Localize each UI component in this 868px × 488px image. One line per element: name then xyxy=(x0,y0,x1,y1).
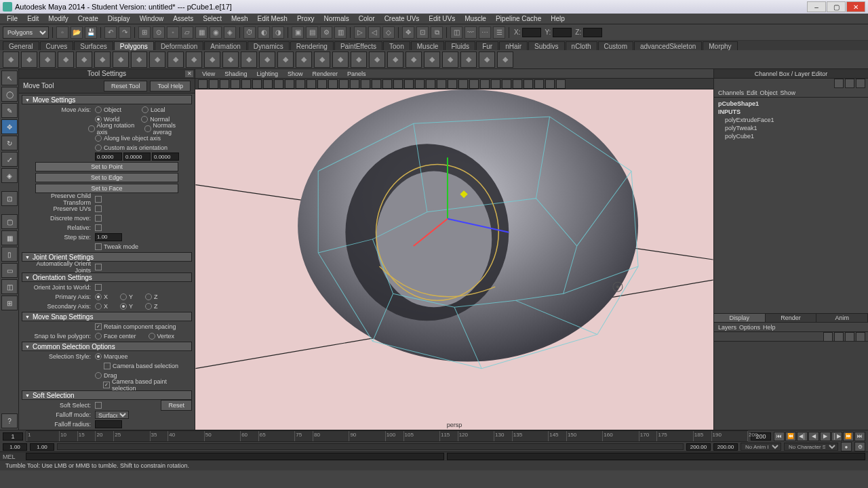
ch-menu-channels[interactable]: Channels xyxy=(718,89,744,96)
play-back[interactable]: ◀ xyxy=(808,432,819,441)
vp-toolbar-icon-30[interactable] xyxy=(524,79,533,89)
next-key[interactable]: │▶ xyxy=(831,432,842,441)
vp-toolbar-icon-12[interactable] xyxy=(328,79,338,89)
range-end2[interactable] xyxy=(713,443,738,451)
shelf-tab-toon[interactable]: Toon xyxy=(383,41,410,50)
shelf-icon-20[interactable]: ◆ xyxy=(369,52,385,68)
shelf-tab-muscle[interactable]: Muscle xyxy=(411,41,445,50)
shelf-tab-custom[interactable]: Custom xyxy=(598,41,633,50)
cons-in-icon[interactable]: ◐ xyxy=(258,26,270,39)
vp-toolbar-icon-9[interactable] xyxy=(296,79,305,89)
menu-assets[interactable]: Assets xyxy=(169,14,197,23)
tool-help-button[interactable]: Tool Help xyxy=(150,81,191,92)
ipr-icon[interactable]: ▤ xyxy=(306,26,318,39)
hist-icon[interactable]: ⏱ xyxy=(243,26,256,39)
maximize-button[interactable]: ▢ xyxy=(827,1,846,12)
shelf-tab-polygons[interactable]: Polygons xyxy=(114,41,154,50)
ch-ico2[interactable] xyxy=(845,79,854,88)
retain-chk[interactable] xyxy=(95,323,102,330)
shelf-icon-12[interactable]: ◆ xyxy=(222,52,239,68)
single-view[interactable]: ▢ xyxy=(1,214,18,229)
auto-orient-chk[interactable] xyxy=(95,264,102,270)
shelf-icon-25[interactable]: ◆ xyxy=(460,52,477,68)
menu-window[interactable]: Window xyxy=(136,14,168,23)
vp-menu-renderer[interactable]: Renderer xyxy=(308,70,342,77)
preserve-uv-chk[interactable] xyxy=(95,205,102,212)
axis-navg[interactable] xyxy=(144,125,151,132)
menu-file[interactable]: File xyxy=(3,14,22,23)
shelf-tab-morphy[interactable]: Morphy xyxy=(703,41,737,50)
four-view[interactable]: ▦ xyxy=(1,230,18,245)
menu-mesh[interactable]: Mesh xyxy=(227,14,252,23)
menu-edit-uvs[interactable]: Edit UVs xyxy=(425,14,459,23)
vp-toolbar-icon-20[interactable] xyxy=(415,79,425,89)
move-settings-header[interactable]: ▼Move Settings xyxy=(22,95,192,104)
vp-menu-show[interactable]: Show xyxy=(283,70,307,77)
prev-key[interactable]: ◀│ xyxy=(797,432,808,441)
shelf-icon-8[interactable]: ◆ xyxy=(149,52,165,68)
shelf-tab-nhair[interactable]: nHair xyxy=(499,41,528,50)
shelf-icon-17[interactable]: ◆ xyxy=(314,52,330,68)
axis-rot[interactable] xyxy=(88,125,94,132)
vp-toolbar-icon-3[interactable] xyxy=(231,79,240,89)
shelf-icon-2[interactable]: ◆ xyxy=(39,52,56,68)
vp-toolbar-icon-32[interactable] xyxy=(545,79,555,89)
shelf-tab-surfaces[interactable]: Surfaces xyxy=(74,41,113,50)
select-comp-icon[interactable]: ◁ xyxy=(368,26,380,39)
snap-point-icon[interactable]: ◦ xyxy=(167,26,179,39)
select-obj-icon[interactable]: ▷ xyxy=(354,26,366,39)
open-icon[interactable]: 📂 xyxy=(71,26,83,39)
select-mask-icon[interactable]: ◇ xyxy=(382,26,395,39)
px[interactable] xyxy=(95,293,102,300)
shelf-icon-26[interactable]: ◆ xyxy=(479,52,495,68)
ch-menu-show[interactable]: Show xyxy=(781,89,796,96)
set-edge-button[interactable]: Set to Edge xyxy=(35,173,178,182)
render-set-icon[interactable]: ⚙ xyxy=(320,26,332,39)
cmd-input[interactable] xyxy=(26,453,444,460)
shelf-tab-ncloth[interactable]: nCloth xyxy=(566,41,597,50)
shelf-icon-16[interactable]: ◆ xyxy=(296,52,312,68)
cam1-chk[interactable] xyxy=(104,363,111,369)
range-end[interactable] xyxy=(686,443,711,451)
lyr-ico1[interactable] xyxy=(823,332,833,342)
shelf-icon-3[interactable]: ◆ xyxy=(58,52,74,68)
menu-display[interactable]: Display xyxy=(104,14,134,23)
paint-tool[interactable]: ✎ xyxy=(1,103,18,118)
shelf-icon-24[interactable]: ◆ xyxy=(442,52,458,68)
set-point-button[interactable]: Set to Point xyxy=(35,162,178,171)
shelf-tab-fluids[interactable]: Fluids xyxy=(445,41,475,50)
shelf-icon-4[interactable]: ◆ xyxy=(76,52,92,68)
shelf-icon-9[interactable]: ◆ xyxy=(167,52,184,68)
vp-toolbar-icon-8[interactable] xyxy=(285,79,294,89)
auto-key[interactable]: ● xyxy=(841,442,852,451)
layer-tab-display[interactable]: Display xyxy=(714,314,766,322)
vertex-radio[interactable] xyxy=(149,333,155,340)
vp-toolbar-icon-2[interactable] xyxy=(220,79,229,89)
history-polyExtrudeFace1[interactable]: polyExtrudeFace1 xyxy=(718,117,864,125)
common-sel-header[interactable]: ▼Common Selection Options xyxy=(22,342,192,351)
history-polyTweak1[interactable]: polyTweak1 xyxy=(718,125,864,133)
orient-world-chk[interactable] xyxy=(95,284,102,291)
goto-end[interactable]: ⏭ xyxy=(854,432,865,441)
y-input[interactable] xyxy=(553,28,572,37)
x-input[interactable] xyxy=(522,28,541,37)
menu-create-uvs[interactable]: Create UVs xyxy=(380,14,424,23)
tl-start[interactable]: 1 xyxy=(3,432,23,441)
lyr-ico3[interactable] xyxy=(845,332,854,342)
save-icon[interactable]: 💾 xyxy=(85,26,97,39)
shape-node[interactable]: pCubeShape1 xyxy=(718,100,864,108)
sy[interactable] xyxy=(120,303,127,310)
history-polyCube1[interactable]: polyCube1 xyxy=(718,133,864,141)
soft-chk[interactable] xyxy=(95,402,102,409)
custom-z[interactable] xyxy=(152,152,179,161)
relative-chk[interactable] xyxy=(95,224,102,231)
two-hv-view[interactable]: ▯ xyxy=(1,247,18,262)
layer-menu-layers[interactable]: Layers xyxy=(718,324,736,331)
shelf-icon-6[interactable]: ◆ xyxy=(113,52,129,68)
pz[interactable] xyxy=(145,293,152,300)
ch-ico1[interactable] xyxy=(834,79,844,88)
render-icon[interactable]: ▣ xyxy=(292,26,304,39)
cam2-chk[interactable] xyxy=(103,382,110,388)
shelf-tab-deformation[interactable]: Deformation xyxy=(155,41,203,50)
vp-toolbar-icon-5[interactable] xyxy=(252,79,262,89)
